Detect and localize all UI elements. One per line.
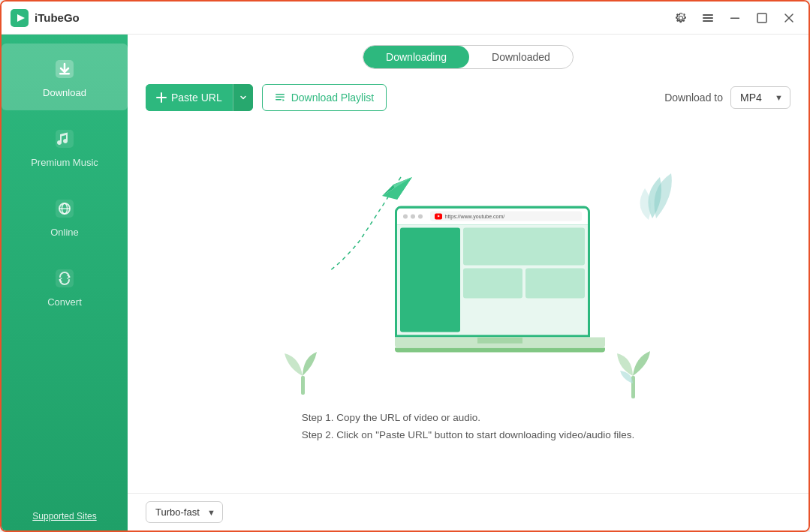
content-video-small-1: [463, 268, 522, 298]
footer-bar: Turbo-fast Fast Normal Slow: [128, 493, 808, 530]
speed-select[interactable]: Turbo-fast Fast Normal Slow: [146, 501, 223, 523]
download-to-label: Download to: [664, 92, 723, 104]
svg-rect-17: [276, 99, 282, 101]
online-icon: [51, 195, 78, 222]
browser-dot-3: [418, 214, 423, 218]
steps-area: Step 1. Copy the URL of video or audio. …: [266, 410, 670, 444]
music-icon: [51, 125, 78, 152]
toolbar: Paste URL Download Play: [128, 77, 808, 119]
paste-url-label: Paste URL: [171, 92, 222, 104]
paste-url-button[interactable]: Paste URL: [146, 84, 253, 111]
sidebar: Download Premium Music: [2, 35, 128, 530]
browser-dot-1: [403, 214, 408, 218]
browser-url-bar: https://www.youtube.com/: [430, 212, 582, 221]
plant-left-icon: [273, 331, 333, 398]
browser-dot-2: [411, 214, 415, 218]
svg-rect-9: [56, 130, 74, 148]
content-video-small-2: [525, 268, 585, 298]
titlebar: iTubeGo: [2, 2, 808, 35]
svg-rect-8: [59, 73, 70, 75]
laptop-stand: [477, 337, 522, 343]
sidebar-bottom: Supported Sites: [2, 502, 128, 530]
playlist-icon: [275, 92, 285, 103]
svg-rect-16: [276, 97, 285, 98]
laptop-illustration: https://www.youtube.com/: [395, 206, 605, 352]
hero-illustration: https://www.youtube.com/: [243, 162, 694, 402]
format-select[interactable]: MP4 MP3 AVI MOV MKV AAC FLAC: [730, 86, 790, 109]
window-controls: [670, 8, 799, 29]
svg-rect-6: [757, 14, 766, 23]
svg-rect-2: [703, 14, 713, 16]
maximize-button[interactable]: [751, 8, 772, 29]
hero-area: https://www.youtube.com/: [128, 119, 808, 493]
download-icon: [51, 56, 78, 83]
plus-icon: [156, 92, 167, 103]
close-button[interactable]: [778, 8, 799, 29]
content-right: [463, 227, 585, 332]
sidebar-item-premium-music[interactable]: Premium Music: [2, 113, 128, 180]
app-logo-icon: [11, 9, 29, 27]
download-playlist-button[interactable]: Download Playlist: [262, 84, 387, 111]
download-playlist-label: Download Playlist: [291, 92, 375, 104]
svg-rect-5: [730, 17, 739, 19]
svg-rect-4: [703, 20, 713, 22]
tab-group: Downloading Downloaded: [363, 45, 574, 69]
format-select-wrapper: MP4 MP3 AVI MOV MKV AAC FLAC: [730, 86, 790, 109]
app-window: iTubeGo: [0, 0, 810, 532]
laptop-base: [395, 337, 605, 347]
sidebar-item-download[interactable]: Download: [2, 44, 128, 110]
sidebar-item-premium-music-label: Premium Music: [31, 157, 98, 168]
supported-sites-link[interactable]: Supported Sites: [11, 511, 119, 521]
sidebar-item-online[interactable]: Online: [2, 183, 128, 250]
sidebar-item-convert-label: Convert: [47, 296, 82, 308]
tab-downloading[interactable]: Downloading: [363, 46, 469, 68]
main-layout: Download Premium Music: [2, 35, 808, 530]
laptop-foot: [395, 347, 605, 352]
tabs-bar: Downloading Downloaded: [128, 35, 808, 77]
minimize-button[interactable]: [724, 8, 745, 29]
convert-icon: [51, 265, 78, 292]
app-logo: iTubeGo: [11, 9, 670, 27]
content-video-thumb: [463, 227, 585, 265]
plant-right-icon: [604, 327, 664, 402]
browser-bar: https://www.youtube.com/: [397, 208, 588, 224]
app-title: iTubeGo: [35, 11, 80, 24]
plant-top-right-icon: [611, 166, 679, 226]
content-area: Downloading Downloaded Paste URL: [128, 35, 808, 530]
url-text: https://www.youtube.com/: [445, 214, 505, 219]
download-to-area: Download to MP4 MP3 AVI MOV MKV AAC FLAC: [664, 86, 790, 109]
chevron-down-icon: [239, 94, 247, 101]
speed-select-wrapper: Turbo-fast Fast Normal Slow: [146, 501, 223, 523]
laptop-screen: https://www.youtube.com/: [395, 206, 590, 337]
settings-button[interactable]: [670, 8, 691, 29]
content-sidebar: [400, 227, 460, 332]
tab-downloaded[interactable]: Downloaded: [469, 46, 573, 68]
youtube-icon: [435, 213, 442, 219]
sidebar-item-convert[interactable]: Convert: [2, 253, 128, 320]
svg-rect-3: [703, 17, 713, 19]
paste-url-dropdown[interactable]: [233, 84, 253, 111]
paste-url-main[interactable]: Paste URL: [146, 84, 233, 111]
laptop-content: [397, 224, 588, 335]
svg-rect-21: [301, 376, 305, 395]
step2-text: Step 2. Click on "Paste URL" button to s…: [302, 427, 634, 444]
sidebar-item-online-label: Online: [50, 227, 79, 238]
step1-text: Step 1. Copy the URL of video or audio.: [302, 410, 634, 427]
menu-button[interactable]: [697, 8, 718, 29]
content-video-row: [463, 268, 585, 298]
svg-rect-15: [276, 94, 285, 95]
svg-marker-20: [382, 177, 412, 200]
sidebar-item-download-label: Download: [43, 87, 86, 98]
